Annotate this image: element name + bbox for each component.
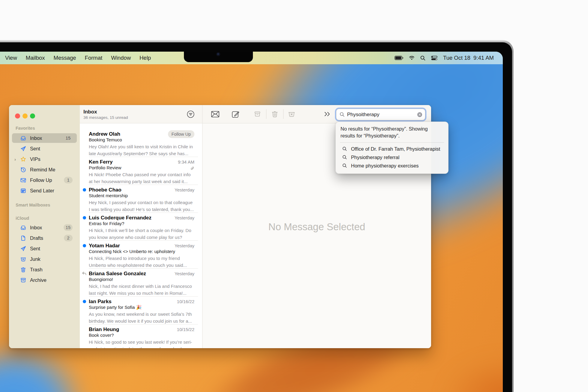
spotlight-search-icon[interactable] (420, 56, 425, 61)
sidebar-item-label: Archive (30, 277, 46, 283)
menu-mailbox[interactable]: Mailbox (26, 55, 45, 61)
macbook-screen: View Mailbox Message Format Window Help (0, 52, 503, 392)
unread-dot (83, 300, 86, 303)
status-bar: Tue Oct 18 9:41 AM (394, 52, 494, 64)
search-icon (342, 163, 347, 168)
mailboxes-sidebar: Favorites Inbox 15 Sent › VIPs R (9, 105, 80, 348)
sidebar-item-label: Follow Up (30, 177, 52, 183)
search-correction-message: No results for “Physoitherapy”. Showing … (340, 125, 440, 139)
control-center-icon[interactable] (431, 56, 437, 60)
sidebar-item-send-later[interactable]: Send Later (12, 186, 77, 195)
menu-bar-clock[interactable]: Tue Oct 18 9:41 AM (443, 55, 494, 61)
menu-format[interactable]: Format (85, 55, 103, 61)
message-row[interactable]: Ian Parks 10/16/22 Surprise party for So… (80, 297, 202, 324)
sidebar-item-label: Trash (30, 267, 43, 273)
sidebar-item-inbox-favorites[interactable]: Inbox 15 (12, 133, 77, 143)
sidebar-section-icloud[interactable]: iCloud (16, 216, 29, 221)
toolbar-separator (283, 109, 284, 119)
replied-arrow-icon (82, 271, 87, 276)
message-preview: Hi Nick! Phoebe Chao passed me your cont… (89, 171, 194, 185)
trash-icon (20, 267, 26, 273)
message-sender: Ken Ferry (89, 159, 176, 165)
menu-message[interactable]: Message (54, 55, 76, 61)
document-icon (20, 235, 26, 241)
sidebar-item-archive[interactable]: Archive (12, 275, 77, 285)
message-row[interactable]: Brian Heung 10/15/22 Book cover? Hi Nick… (80, 324, 202, 348)
message-sender: Yotam Hadar (89, 243, 172, 249)
message-preview: Hi Nick, I think we’ll be short a couple… (89, 227, 194, 241)
message-row[interactable]: Luis Coderque Fernandez Yesterday Extras… (80, 213, 202, 241)
message-row[interactable]: Phoebe Chao Yesterday Student mentorship… (80, 185, 202, 213)
get-mail-button[interactable] (208, 105, 222, 123)
mailbox-message-count: 36 messages, 15 unread (83, 115, 128, 120)
sidebar-item-label: Sent (30, 146, 40, 152)
sidebar-item-inbox-icloud[interactable]: Inbox 15 (12, 223, 77, 232)
sidebar-item-trash[interactable]: Trash (12, 265, 77, 274)
message-row[interactable]: Ken Ferry 9:34 AM Portfolio Review Hi Ni… (80, 157, 202, 185)
minimize-window-button[interactable] (22, 113, 28, 119)
message-time: 9:34 AM (178, 159, 194, 164)
sidebar-item-label: Sent (30, 246, 40, 252)
message-preview: Hey Nick, I passed your contact on to th… (89, 199, 194, 213)
sidebar-item-sent-favorites[interactable]: Sent (12, 144, 77, 153)
toolbar-separator (266, 109, 266, 119)
menu-view[interactable]: View (5, 55, 17, 61)
junk-icon (20, 256, 26, 262)
junk-button[interactable] (285, 105, 298, 123)
message-sender: Luis Coderque Fernandez (89, 215, 172, 221)
search-suggestion[interactable]: Home physiotherapy exercises (340, 161, 443, 170)
compose-button[interactable] (229, 105, 242, 123)
zoom-window-button[interactable] (30, 113, 35, 119)
marketing-canvas: View Mailbox Message Format Window Help (0, 0, 588, 392)
disclosure-chevron-icon[interactable]: › (14, 157, 16, 162)
message-preview: Nick, I had the nicest dinner with Lia a… (89, 283, 194, 297)
mailbox-title: Inbox (83, 109, 97, 115)
sidebar-item-remind-me[interactable]: Remind Me (12, 165, 77, 174)
inbox-icon (20, 135, 26, 141)
suggestion-label: Physiotherapy referral (351, 155, 399, 160)
search-field[interactable] (336, 109, 425, 120)
search-suggestion[interactable]: Office of Dr. Farrah Tam, Physiotherapis… (340, 145, 443, 153)
sidebar-item-follow-up[interactable]: Follow Up 1 (12, 175, 77, 185)
suggestion-label: Home physiotherapy exercises (351, 163, 419, 169)
search-input[interactable] (347, 112, 417, 118)
menu-items: View Mailbox Message Format Window Help (0, 55, 151, 61)
suggestion-label: Office of Dr. Farrah Tam, Physiotherapis… (351, 146, 440, 152)
sidebar-item-drafts[interactable]: Drafts 2 (12, 233, 77, 243)
wallpaper-dark-orange-corner (444, 358, 503, 392)
menu-help[interactable]: Help (140, 55, 151, 61)
battery-icon[interactable] (394, 56, 403, 60)
filter-button[interactable] (184, 105, 197, 123)
sidebar-section-smart-mailboxes[interactable]: Smart Mailboxes (16, 203, 50, 207)
count-badge: 1 (64, 177, 73, 183)
sidebar-item-junk[interactable]: Junk (12, 254, 77, 264)
message-subject: Book cover? (89, 333, 194, 339)
sidebar-item-label: VIPs (30, 156, 40, 162)
message-subject: Extras for Friday? (89, 221, 194, 227)
archive-box-icon (20, 277, 26, 283)
wifi-icon[interactable] (409, 56, 415, 60)
close-window-button[interactable] (15, 113, 20, 119)
clock-return-icon (20, 167, 26, 173)
sidebar-item-vips[interactable]: › VIPs (12, 154, 77, 164)
search-suggestion[interactable]: Physiotherapy referral (340, 153, 443, 161)
send-icon (20, 146, 26, 152)
unread-dot (83, 188, 86, 191)
message-row[interactable]: Yotam Hadar Yesterday Connecting Nick <>… (80, 241, 202, 269)
message-row[interactable]: Andrew Olah Follow Up Booking Temuco Hey… (80, 129, 202, 157)
message-sender: Ian Parks (89, 299, 175, 305)
pane-divider[interactable] (202, 105, 202, 348)
sidebar-item-sent-icloud[interactable]: Sent (12, 244, 77, 253)
message-sender: Brian Heung (89, 327, 175, 333)
search-icon (342, 146, 347, 151)
clear-search-icon[interactable] (417, 112, 422, 117)
envelope-check-icon (20, 177, 26, 183)
message-subject: Buongiorno! (89, 277, 194, 283)
archive-button[interactable] (251, 105, 264, 123)
overflow-chevrons-button[interactable] (321, 105, 334, 123)
message-row[interactable]: Briana Salese Gonzalez Yesterday Buongio… (80, 269, 202, 297)
message-time: Yesterday (175, 187, 194, 192)
message-preview: Hi Nick, Pleased to introduce you to my … (89, 255, 194, 269)
menu-window[interactable]: Window (111, 55, 131, 61)
delete-button[interactable] (268, 105, 281, 123)
